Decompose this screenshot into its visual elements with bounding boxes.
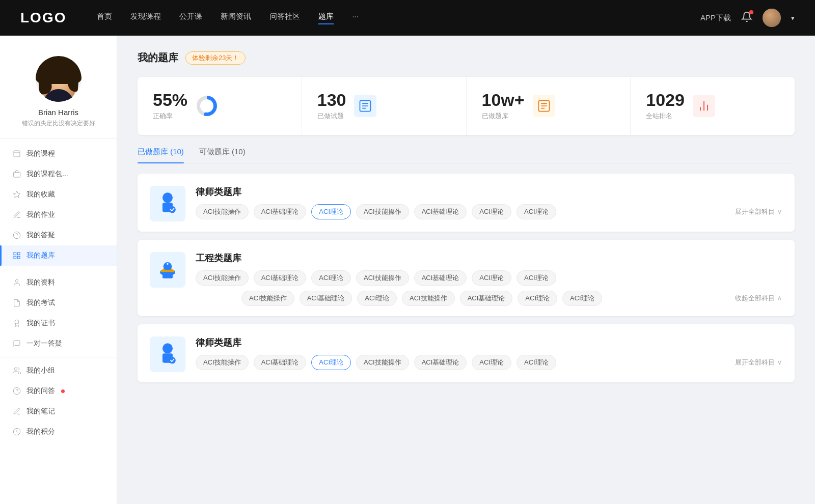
quiz-tag[interactable]: ACI理论 [518, 291, 557, 306]
sidebar-item-certificate[interactable]: 我的证书 [0, 313, 117, 333]
nav-more[interactable]: ··· [352, 12, 359, 24]
svg-rect-2 [13, 173, 20, 177]
sidebar-item-my-qa[interactable]: 我的问答 [0, 381, 117, 401]
done-banks-icon [533, 95, 555, 117]
stat-ranking-label: 全站排名 [646, 111, 685, 121]
group-icon [12, 366, 21, 375]
accuracy-icon [196, 95, 218, 117]
quiz-tag[interactable]: ACI基础理论 [414, 204, 467, 219]
app-download-button[interactable]: APP下载 [700, 13, 731, 23]
quiz-tag[interactable]: ACI基础理论 [460, 291, 513, 306]
quiz-tag[interactable]: ACI基础理论 [300, 291, 352, 306]
avatar-dropdown-button[interactable]: ▾ [791, 14, 795, 22]
quiz-tag[interactable]: ACI技能操作 [196, 355, 249, 370]
notification-bell-button[interactable] [741, 11, 752, 24]
quiz-tag[interactable]: ACI基础理论 [414, 355, 467, 370]
expand-link-0[interactable]: 展开全部科目 ∨ [735, 207, 782, 216]
sidebar-item-groups[interactable]: 我的小组 [0, 360, 117, 381]
stat-ranking: 1029 全站排名 [631, 77, 795, 135]
nav-news[interactable]: 新闻资讯 [221, 12, 251, 24]
sidebar-item-qa[interactable]: 我的答疑 [0, 225, 117, 245]
stat-accuracy-label: 正确率 [153, 111, 187, 121]
courses-icon [12, 149, 21, 158]
quiz-tag[interactable]: ACI理论 [472, 270, 511, 286]
nav-home[interactable]: 首页 [97, 12, 112, 24]
quiz-bank-tags-2: ACI技能操作 ACI基础理论 ACI理论 ACI技能操作 ACI基础理论 AC… [196, 355, 782, 370]
quiz-tag[interactable]: ACI理论 [517, 204, 556, 219]
quiz-tag[interactable]: ACI理论 [472, 355, 511, 370]
quiz-bank-card-1: 工程类题库 ACI技能操作 ACI基础理论 ACI理论 ACI技能操作 ACI基… [138, 240, 795, 316]
stat-done-questions-value: 130 [317, 91, 346, 108]
qa-badge [61, 389, 65, 393]
sidebar-item-one-on-one[interactable]: 一对一答疑 [0, 333, 117, 354]
svg-point-29 [169, 206, 176, 213]
quiz-bank-name-0: 律师类题库 [196, 186, 782, 198]
main-content: 我的题库 体验剩余23天！ 55% 正确率 130 已做试题 [117, 36, 815, 504]
stat-done-banks-label: 已做题库 [482, 111, 525, 121]
svg-point-10 [15, 279, 18, 282]
sidebar-item-points[interactable]: 我的积分 [0, 422, 117, 442]
quiz-tag[interactable]: ACI技能操作 [196, 204, 249, 219]
avatar-button[interactable] [763, 9, 781, 27]
quiz-tag[interactable]: ACI技能操作 [356, 204, 409, 219]
svg-point-12 [14, 368, 17, 370]
svg-rect-7 [17, 253, 20, 255]
notes-icon [12, 407, 21, 416]
quiz-tag-active[interactable]: ACI理论 [311, 204, 351, 219]
quiz-bank-icon-1 [150, 252, 185, 288]
quiz-tag[interactable]: ACI技能操作 [241, 291, 294, 306]
expand-link-2[interactable]: 展开全部科目 ∨ [735, 358, 782, 367]
quiz-tag[interactable]: ACI基础理论 [414, 270, 467, 286]
quiz-bank-tags-1: ACI技能操作 ACI基础理论 ACI理论 ACI技能操作 ACI基础理论 AC… [196, 270, 782, 286]
quiz-tag[interactable]: ACI技能操作 [356, 270, 409, 286]
collapse-link-1[interactable]: 收起全部科目 ∧ [735, 294, 782, 303]
tab-available-banks[interactable]: 可做题库 (10) [199, 147, 246, 163]
svg-marker-3 [13, 191, 20, 198]
nav-quiz[interactable]: 题库 [318, 12, 334, 24]
quiz-tag[interactable]: ACI基础理论 [254, 204, 307, 219]
sidebar-item-profile[interactable]: 我的资料 [0, 272, 117, 293]
quiz-tag[interactable]: ACI理论 [472, 204, 511, 219]
quiz-tag[interactable]: ACI技能操作 [402, 291, 455, 306]
quiz-tag[interactable]: ACI理论 [517, 355, 556, 370]
sidebar-item-quiz-bank[interactable]: 我的题库 [0, 245, 117, 266]
quiz-tag[interactable]: ACI理论 [562, 291, 602, 306]
nav-discover[interactable]: 发现课程 [130, 12, 161, 24]
main-layout: Brian Harris 错误的决定比没有决定要好 我的课程 我的课程包... [0, 36, 815, 504]
sidebar-item-my-courses[interactable]: 我的课程 [0, 144, 117, 164]
page-header: 我的题库 体验剩余23天！ [138, 51, 795, 65]
navbar: LOGO 首页 发现课程 公开课 新闻资讯 问答社区 题库 ··· APP下载 … [0, 0, 815, 36]
sidebar-profile: Brian Harris 错误的决定比没有决定要好 [0, 46, 117, 138]
quiz-tag[interactable]: ACI基础理论 [254, 355, 307, 370]
homework-icon [12, 210, 21, 219]
certificate-icon [12, 319, 21, 328]
quiz-tag-active[interactable]: ACI理论 [311, 355, 351, 370]
sidebar-motto: 错误的决定比没有决定要好 [0, 119, 117, 128]
tabs-row: 已做题库 (10) 可做题库 (10) [138, 147, 795, 163]
quiz-tag[interactable]: ACI理论 [311, 270, 351, 286]
quiz-bank-tags-0: ACI技能操作 ACI基础理论 ACI理论 ACI技能操作 ACI基础理论 AC… [196, 204, 782, 219]
quiz-bank-name-1: 工程类题库 [196, 252, 782, 264]
quiz-tag[interactable]: ACI理论 [357, 291, 397, 306]
quiz-bank-name-2: 律师类题库 [196, 337, 782, 349]
stat-done-banks: 10w+ 已做题库 [467, 77, 631, 135]
quiz-tag[interactable]: ACI基础理论 [254, 270, 307, 286]
quiz-tag[interactable]: ACI技能操作 [356, 355, 409, 370]
navbar-right: APP下载 ▾ [700, 9, 795, 27]
sidebar-item-course-packages[interactable]: 我的课程包... [0, 164, 117, 184]
quiz-tag[interactable]: ACI理论 [517, 270, 556, 286]
quiz-tag[interactable]: ACI技能操作 [196, 270, 249, 286]
sidebar-item-exam[interactable]: 我的考试 [0, 293, 117, 313]
stat-done-questions: 130 已做试题 [302, 77, 467, 135]
svg-rect-0 [14, 151, 20, 157]
sidebar-item-homework[interactable]: 我的作业 [0, 205, 117, 225]
sidebar-item-favorites[interactable]: 我的收藏 [0, 184, 117, 205]
quiz-icon [12, 251, 21, 260]
sidebar-item-notes[interactable]: 我的笔记 [0, 401, 117, 422]
profile-icon [12, 278, 21, 287]
svg-point-11 [15, 320, 19, 324]
nav-opencourse[interactable]: 公开课 [179, 12, 202, 24]
svg-point-4 [13, 232, 20, 238]
nav-qa[interactable]: 问答社区 [269, 12, 300, 24]
tab-done-banks[interactable]: 已做题库 (10) [138, 147, 184, 163]
